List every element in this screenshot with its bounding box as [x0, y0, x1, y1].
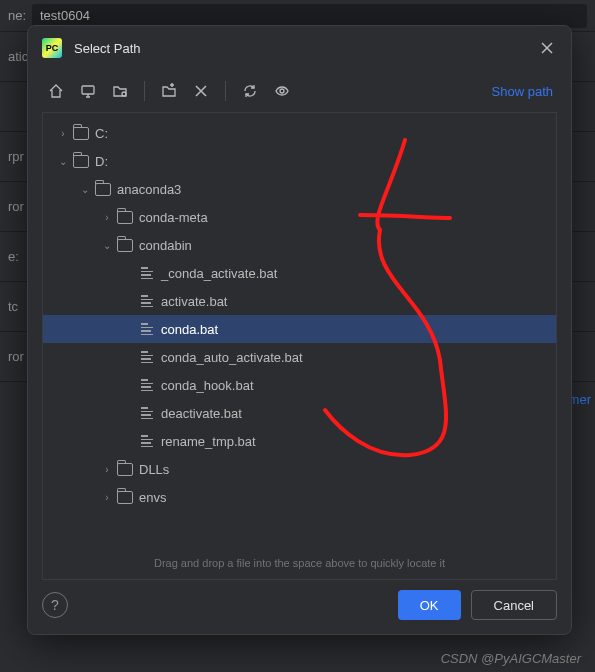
- home-icon[interactable]: [42, 77, 70, 105]
- watermark: CSDN @PyAIGCMaster: [441, 651, 581, 666]
- file-icon: [137, 378, 157, 392]
- folder-icon: [115, 211, 135, 224]
- tree-node-label: conda_hook.bat: [161, 378, 254, 393]
- ok-button[interactable]: OK: [398, 590, 461, 620]
- desktop-icon[interactable]: [74, 77, 102, 105]
- file-icon: [137, 294, 157, 308]
- folder-icon: [115, 463, 135, 476]
- file-tree-container: ›C:⌄D:⌄anaconda3›conda-meta⌄condabin_con…: [42, 112, 557, 580]
- drag-drop-hint: Drag and drop a file into the space abov…: [43, 549, 556, 579]
- new-folder-icon[interactable]: [155, 77, 183, 105]
- svg-point-2: [280, 89, 284, 93]
- tree-node[interactable]: conda_hook.bat: [43, 371, 556, 399]
- toolbar-separator: [225, 81, 226, 101]
- file-tree[interactable]: ›C:⌄D:⌄anaconda3›conda-meta⌄condabin_con…: [43, 113, 556, 549]
- tree-node-selected[interactable]: conda.bat: [43, 315, 556, 343]
- project-icon[interactable]: [106, 77, 134, 105]
- close-button[interactable]: [537, 38, 557, 58]
- file-icon: [137, 322, 157, 336]
- tree-node-label: rename_tmp.bat: [161, 434, 256, 449]
- file-icon: [137, 434, 157, 448]
- tree-node-label: DLLs: [139, 462, 169, 477]
- tree-node-label: conda-meta: [139, 210, 208, 225]
- file-icon: [137, 266, 157, 280]
- svg-point-1: [122, 92, 126, 96]
- folder-icon: [71, 155, 91, 168]
- help-button[interactable]: ?: [42, 592, 68, 618]
- folder-icon: [71, 127, 91, 140]
- tree-node-label: _conda_activate.bat: [161, 266, 277, 281]
- tree-node[interactable]: ›conda-meta: [43, 203, 556, 231]
- dialog-toolbar: Show path: [28, 70, 571, 112]
- svg-rect-0: [82, 86, 94, 94]
- chevron-right-icon[interactable]: ›: [99, 212, 115, 223]
- tree-node[interactable]: activate.bat: [43, 287, 556, 315]
- tree-node[interactable]: ›envs: [43, 483, 556, 511]
- dialog-footer: ? OK Cancel: [28, 580, 571, 634]
- chevron-right-icon[interactable]: ›: [99, 492, 115, 503]
- tree-node[interactable]: conda_auto_activate.bat: [43, 343, 556, 371]
- tree-node-label: deactivate.bat: [161, 406, 242, 421]
- file-icon: [137, 406, 157, 420]
- tree-node[interactable]: ⌄D:: [43, 147, 556, 175]
- tree-node-label: D:: [95, 154, 108, 169]
- tree-node-label: conda_auto_activate.bat: [161, 350, 303, 365]
- folder-icon: [115, 239, 135, 252]
- tree-node-label: C:: [95, 126, 108, 141]
- show-path-link[interactable]: Show path: [488, 84, 557, 99]
- tree-node[interactable]: ⌄anaconda3: [43, 175, 556, 203]
- tree-node[interactable]: ›C:: [43, 119, 556, 147]
- tree-node[interactable]: _conda_activate.bat: [43, 259, 556, 287]
- tree-node[interactable]: deactivate.bat: [43, 399, 556, 427]
- tree-node[interactable]: rename_tmp.bat: [43, 427, 556, 455]
- file-icon: [137, 350, 157, 364]
- chevron-right-icon[interactable]: ›: [55, 128, 71, 139]
- chevron-down-icon[interactable]: ⌄: [55, 156, 71, 167]
- tree-node-label: anaconda3: [117, 182, 181, 197]
- folder-icon: [93, 183, 113, 196]
- refresh-icon[interactable]: [236, 77, 264, 105]
- dialog-header: Select Path: [28, 26, 571, 70]
- tree-node[interactable]: ⌄condabin: [43, 231, 556, 259]
- tree-node-label: activate.bat: [161, 294, 228, 309]
- bg-name-field[interactable]: test0604: [32, 4, 587, 28]
- tree-node[interactable]: ›DLLs: [43, 455, 556, 483]
- chevron-right-icon[interactable]: ›: [99, 464, 115, 475]
- dialog-title: Select Path: [74, 41, 537, 56]
- show-hidden-icon[interactable]: [268, 77, 296, 105]
- chevron-down-icon[interactable]: ⌄: [99, 240, 115, 251]
- bg-name-label: ne:: [8, 8, 32, 23]
- chevron-down-icon[interactable]: ⌄: [77, 184, 93, 195]
- folder-icon: [115, 491, 135, 504]
- toolbar-separator: [144, 81, 145, 101]
- tree-node-label: conda.bat: [161, 322, 218, 337]
- tree-node-label: condabin: [139, 238, 192, 253]
- select-path-dialog: Select Path Show path ›C:⌄D:⌄anaconda3›c…: [27, 25, 572, 635]
- pycharm-logo-icon: [42, 38, 62, 58]
- delete-icon[interactable]: [187, 77, 215, 105]
- cancel-button[interactable]: Cancel: [471, 590, 557, 620]
- tree-node-label: envs: [139, 490, 166, 505]
